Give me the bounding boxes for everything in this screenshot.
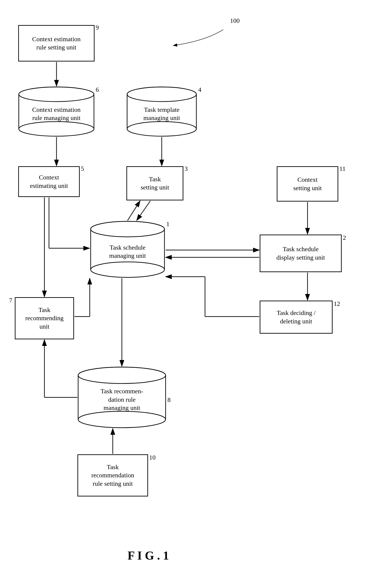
label-1: 1: [166, 220, 170, 228]
task-setting-label: Tasksetting unit: [141, 175, 169, 192]
label-8: 8: [168, 396, 170, 403]
task-template-managing-cyl: Task templatemanaging unit: [127, 86, 197, 137]
context-estimating-box: Contextestimating unit: [18, 166, 80, 197]
figure-label: F I G . 1: [127, 549, 169, 562]
task-schedule-display-box: Task scheduledisplay setting unit: [260, 234, 342, 272]
context-setting-label: Contextsetting unit: [293, 176, 322, 192]
label-5: 5: [81, 165, 84, 172]
task-deciding-label: Task deciding /deleting unit: [277, 309, 316, 325]
context-est-rule-managing-label: Context estimationrule managing unit: [30, 104, 82, 124]
svg-line-29: [137, 201, 150, 220]
context-est-rule-setting-box: Context estimationrule setting unit: [18, 25, 95, 62]
label-6: 6: [96, 86, 99, 93]
context-estimating-label: Contextestimating unit: [30, 173, 68, 190]
label-7: 7: [9, 297, 12, 304]
task-recommending-label: Taskrecommendingunit: [25, 306, 64, 331]
context-setting-box: Contextsetting unit: [277, 166, 338, 202]
task-recom-rule-managing-label: Task recommen-dation rulemanaging unit: [99, 385, 145, 414]
svg-point-23: [78, 367, 166, 383]
context-est-rule-managing-cyl: Context estimationrule managing unit: [18, 86, 95, 137]
task-schedule-managing-label: Task schedulemanaging unit: [107, 242, 148, 262]
svg-line-30: [127, 201, 140, 220]
task-recom-rule-managing-cyl: Task recommen-dation rulemanaging unit: [77, 367, 166, 428]
task-recommending-box: Taskrecommendingunit: [15, 297, 74, 339]
task-schedule-managing-cyl: Task schedulemanaging unit: [90, 221, 165, 278]
label-3: 3: [185, 165, 188, 172]
task-template-managing-label: Task templatemanaging unit: [142, 104, 182, 124]
label-2: 2: [343, 234, 346, 241]
svg-point-17: [91, 221, 165, 237]
svg-point-11: [127, 87, 196, 102]
task-recom-rule-setting-box: Taskrecommendationrule setting unit: [77, 454, 148, 496]
task-schedule-display-label: Task scheduledisplay setting unit: [276, 245, 325, 262]
label-4: 4: [198, 86, 201, 93]
svg-point-16: [91, 262, 165, 277]
task-deciding-box: Task deciding /deleting unit: [260, 301, 333, 334]
svg-point-5: [19, 87, 94, 102]
task-recom-rule-setting-label: Taskrecommendationrule setting unit: [91, 463, 134, 488]
label-100: 100: [230, 17, 240, 24]
diagram-container: 100 Context estimationrule setting unit …: [0, 0, 382, 588]
task-setting-box: Tasksetting unit: [127, 166, 183, 200]
label-10: 10: [149, 454, 156, 461]
label-11: 11: [340, 165, 345, 172]
context-est-rule-setting-label: Context estimationrule setting unit: [32, 35, 80, 52]
label-9: 9: [96, 24, 99, 31]
label-12: 12: [334, 300, 340, 307]
